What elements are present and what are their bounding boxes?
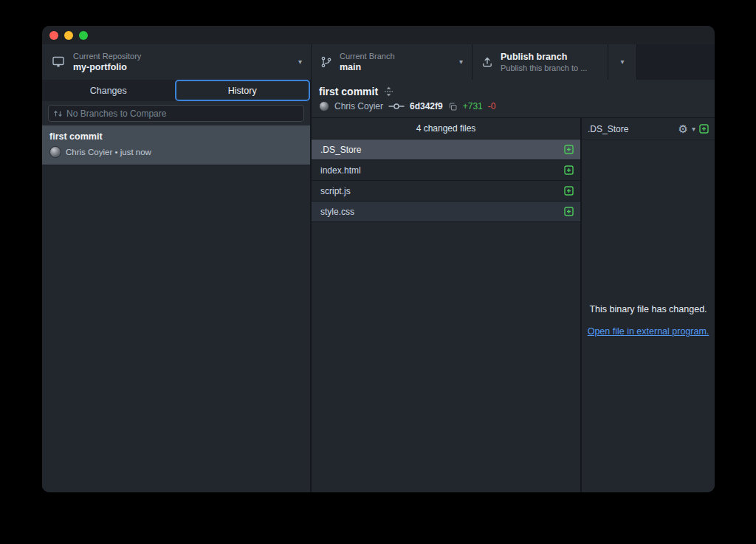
commit-title: first commit [319, 86, 378, 97]
github-desktop-window: Current Repository my-portfolio ▾ Curren… [42, 26, 715, 492]
file-name: .DS_Store [320, 145, 564, 155]
publish-dropdown-button[interactable]: ▾ [608, 44, 637, 80]
tab-history[interactable]: History [175, 80, 311, 101]
binary-file-message: This binary file has changed. [589, 304, 707, 314]
file-name: script.js [320, 186, 564, 196]
commit-item-byline: Chris Coyier • just now [49, 146, 303, 158]
branch-name: main [340, 61, 459, 73]
chevron-down-icon: ▾ [620, 58, 624, 66]
current-branch-button[interactable]: Current Branch main ▾ [312, 44, 472, 80]
diff-panel: .DS_Store ⚙ ▾ [582, 118, 715, 492]
commit-sha: 6d342f9 [410, 101, 443, 111]
diff-added-icon [564, 145, 574, 154]
main-panel: first commit Chris Coyier [312, 80, 715, 492]
changed-files-header: 4 changed files [312, 118, 580, 140]
traffic-lights [49, 31, 88, 40]
diff-header: .DS_Store ⚙ ▾ [582, 118, 715, 140]
current-repository-button[interactable]: Current Repository my-portfolio ▾ [42, 44, 312, 80]
zoom-button[interactable] [79, 31, 88, 40]
branch-label: Current Branch [340, 51, 459, 61]
commit-detail-body: 4 changed files .DS_Store inde [312, 118, 715, 492]
commit-list-item[interactable]: first commit Chris Coyier • just now [42, 125, 310, 165]
diff-file-title: .DS_Store [588, 124, 678, 134]
avatar [49, 146, 61, 158]
copy-icon[interactable] [448, 102, 458, 111]
unfold-icon[interactable] [385, 86, 393, 97]
git-commit-icon [388, 102, 405, 111]
diff-content: This binary file has changed. Open file … [582, 140, 715, 492]
diff-added-icon [699, 124, 709, 134]
sidebar: Changes History No Bran [42, 80, 312, 492]
file-row-style-css[interactable]: style.css [312, 202, 580, 222]
minimize-button[interactable] [64, 31, 73, 40]
commit-meta-row: Chris Coyier 6d342f9 [319, 101, 707, 111]
file-name: style.css [320, 207, 564, 217]
commit-additions: +731 [463, 101, 483, 111]
gear-icon[interactable]: ⚙ [678, 123, 688, 134]
repository-label: Current Repository [73, 51, 298, 61]
compare-branch-placeholder: No Branches to Compare [66, 109, 166, 119]
publish-title: Publish branch [501, 51, 599, 63]
publish-branch-button[interactable]: Publish branch Publish this branch to ..… [472, 44, 608, 80]
app-body: Changes History No Bran [42, 80, 715, 492]
tab-changes-label: Changes [90, 86, 127, 96]
file-list-empty-area [312, 222, 580, 492]
commit-deletions: -0 [488, 101, 496, 111]
close-button[interactable] [49, 31, 58, 40]
branch-text: Current Branch main [340, 51, 459, 74]
file-row-ds-store[interactable]: .DS_Store [312, 140, 580, 160]
open-external-link[interactable]: Open file in external program. [588, 326, 709, 337]
git-compare-icon [54, 109, 62, 118]
compare-branch-input[interactable]: No Branches to Compare [48, 105, 304, 122]
toolbar: Current Repository my-portfolio ▾ Curren… [42, 44, 715, 80]
tab-changes[interactable]: Changes [42, 80, 175, 101]
chevron-down-icon: ▾ [298, 58, 302, 66]
repository-text: Current Repository my-portfolio [73, 51, 298, 74]
diff-added-icon [564, 186, 574, 196]
sidebar-tabs: Changes History [42, 80, 310, 101]
commit-item-title: first commit [49, 131, 303, 142]
commit-item-byline-text: Chris Coyier • just now [66, 148, 151, 156]
titlebar [42, 26, 715, 44]
screenshot-stage: Current Repository my-portfolio ▾ Curren… [0, 0, 756, 544]
commit-list-empty-area [42, 165, 310, 492]
repository-name: my-portfolio [73, 61, 298, 73]
publish-subtitle: Publish this branch to ... [501, 63, 599, 73]
commit-title-row: first commit [319, 86, 707, 97]
file-row-script-js[interactable]: script.js [312, 181, 580, 202]
diff-actions: ⚙ ▾ [678, 123, 709, 134]
device-desktop-icon [51, 55, 66, 69]
diff-added-icon [564, 207, 574, 216]
avatar [319, 101, 329, 111]
file-row-index-html[interactable]: index.html [312, 160, 580, 181]
commit-author: Chris Coyier [334, 101, 383, 111]
toolbar-empty-area [637, 44, 715, 80]
chevron-down-icon: ▾ [459, 58, 463, 66]
commit-summary-header: first commit Chris Coyier [312, 80, 715, 118]
branch-filter-row: No Branches to Compare [42, 101, 310, 125]
chevron-down-icon[interactable]: ▾ [692, 125, 695, 133]
tab-history-label: History [228, 86, 257, 96]
git-branch-icon [320, 56, 332, 68]
upload-icon [481, 56, 493, 68]
publish-text: Publish branch Publish this branch to ..… [501, 51, 599, 74]
file-name: index.html [320, 165, 564, 176]
diff-added-icon [564, 165, 574, 175]
changed-files-panel: 4 changed files .DS_Store inde [312, 118, 582, 492]
